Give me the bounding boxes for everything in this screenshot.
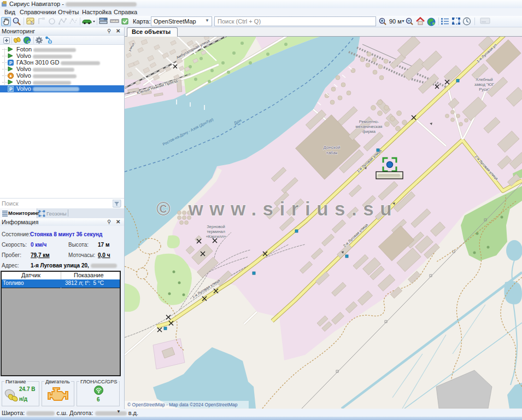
svg-text:завод "ЮГ: завод "ЮГ xyxy=(474,82,494,87)
svg-text:фирма: фирма xyxy=(362,129,376,134)
svg-text:Руси": Руси" xyxy=(479,87,490,92)
svg-text:590: 590 xyxy=(100,18,104,21)
svg-text:© www.sirius.su: © www.sirius.su xyxy=(156,198,398,219)
svg-text:Ремонтно-: Ремонтно- xyxy=(359,119,379,124)
svg-text:© OpenStreetMap - Map data ©20: © OpenStreetMap - Map data ©2024 OpenStr… xyxy=(127,402,238,407)
svg-text:Донской: Донской xyxy=(324,145,341,150)
svg-text:«Каргилл»: «Каргилл» xyxy=(206,234,226,239)
svg-text:Хлебный: Хлебный xyxy=(476,77,492,82)
svg-text:P: P xyxy=(9,86,13,92)
svg-text:P: P xyxy=(9,60,13,66)
svg-text:Зерновой: Зерновой xyxy=(207,224,225,229)
svg-text:табак: табак xyxy=(326,150,338,155)
svg-text:9: 9 xyxy=(49,40,51,44)
svg-text:терминал: терминал xyxy=(207,229,225,234)
svg-text:механическая: механическая xyxy=(356,124,383,129)
